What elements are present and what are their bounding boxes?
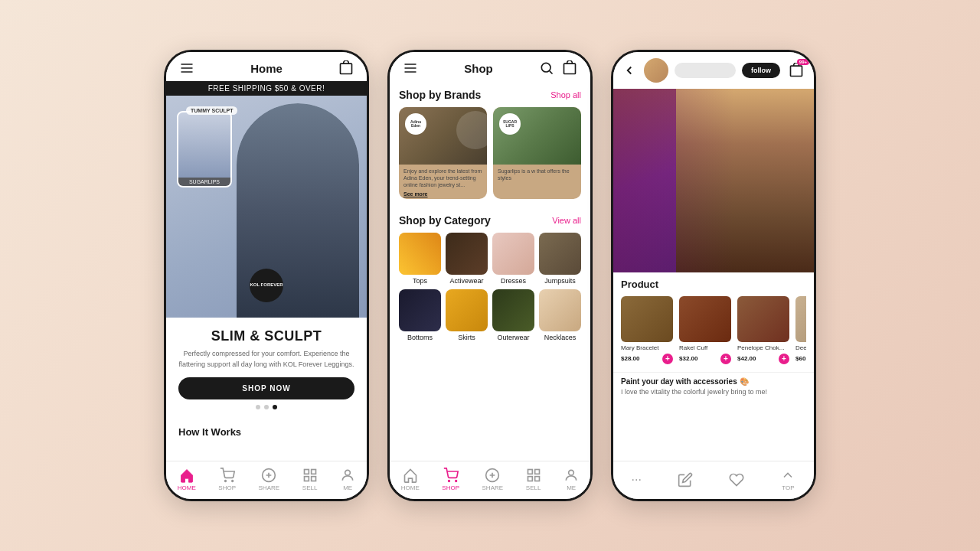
nav-me-label: ME xyxy=(343,484,352,491)
profile-bottom-nav: ··· TOP xyxy=(613,461,814,499)
nav-home-label: HOME xyxy=(178,484,196,491)
brands-header: Shop by Brands Shop all xyxy=(399,81,581,107)
svg-rect-30 xyxy=(791,66,802,76)
svg-point-4 xyxy=(224,481,226,482)
profile-overlay xyxy=(613,89,814,272)
category-dresses-label: Dresses xyxy=(501,277,526,285)
nav-sell[interactable]: SELL xyxy=(302,468,318,491)
brands-row: AdinaEden Enjoy and explore the latest f… xyxy=(399,107,581,199)
svg-rect-19 xyxy=(564,64,576,73)
category-dresses[interactable]: Dresses xyxy=(492,233,534,285)
shop-title: Shop xyxy=(464,62,493,75)
shop-cart-icon[interactable] xyxy=(561,60,578,77)
product-list: Mary Bracelet $28.00 + Rakel Cuff $32.00… xyxy=(621,296,806,367)
shop-nav-shop-label: SHOP xyxy=(442,484,459,491)
shop-all-link[interactable]: Shop all xyxy=(550,90,581,99)
carousel-dots xyxy=(178,405,354,409)
svg-point-29 xyxy=(569,470,574,475)
shop-nav-share[interactable]: SHARE xyxy=(482,468,504,491)
category-bottoms[interactable]: Bottoms xyxy=(399,289,441,341)
product-img-3 xyxy=(737,296,789,342)
product-card-1[interactable]: Mary Bracelet $28.00 + xyxy=(621,296,673,364)
profile-nav-like[interactable] xyxy=(729,472,744,487)
shop-bottom-nav: HOME SHOP SHARE SELL ME xyxy=(390,461,590,499)
nav-share[interactable]: SHARE xyxy=(259,468,280,491)
add-product-2[interactable]: + xyxy=(720,354,731,364)
category-activewear-label: Activewear xyxy=(449,277,483,285)
profile-top-bar: follow 99+ xyxy=(613,52,814,89)
hero-desc: Perfectly compressed for your comfort. E… xyxy=(178,349,354,370)
nav-shop[interactable]: SHOP xyxy=(218,468,236,491)
phone-shop: Shop Shop by Brands Shop all AdinaEden E… xyxy=(387,50,593,501)
category-outerwear[interactable]: Outerwear xyxy=(492,289,534,341)
shop-nav-home[interactable]: HOME xyxy=(401,468,420,491)
add-product-1[interactable]: + xyxy=(662,354,673,364)
home-content: FREE SHIPPING $50 & OVER! SUGARLIPS TUMM… xyxy=(166,81,367,461)
cart-badge[interactable]: 99+ xyxy=(786,60,806,80)
add-product-3[interactable]: + xyxy=(779,354,789,364)
brand-logo-1: AdinaEden xyxy=(405,113,426,135)
shop-now-button[interactable]: SHOP NOW xyxy=(178,377,354,399)
svg-rect-11 xyxy=(304,477,309,481)
hero-cta: SLIM & SCULPT Perfectly compressed for y… xyxy=(166,318,367,417)
dot-1 xyxy=(256,405,260,409)
category-necklaces[interactable]: Necklaces xyxy=(539,289,581,341)
brand-card-2[interactable]: SUGARLIPS Sugarlips is a w that offers t… xyxy=(493,107,581,199)
svg-rect-12 xyxy=(311,477,315,481)
shop-nav-sell[interactable]: SELL xyxy=(526,468,541,491)
cart-icon[interactable] xyxy=(338,60,354,77)
product-section-title: Product xyxy=(621,279,806,290)
dot-2 xyxy=(264,405,269,409)
follow-button[interactable]: follow xyxy=(742,63,780,78)
product-price-row-4: $60.00 + xyxy=(795,354,806,364)
search-icon[interactable] xyxy=(538,60,555,77)
shop-menu-icon[interactable] xyxy=(402,60,419,77)
shop-nav-me-label: ME xyxy=(567,484,576,491)
menu-icon[interactable] xyxy=(178,60,195,77)
kol-badge: KOL FOREVER xyxy=(250,269,283,302)
dot-3 xyxy=(273,405,277,409)
caption-sub: I love the vitality the colorful jewelry… xyxy=(621,388,806,396)
nav-me[interactable]: ME xyxy=(340,468,355,491)
category-activewear[interactable]: Activewear xyxy=(446,233,488,285)
category-skirts[interactable]: Skirts xyxy=(446,289,488,341)
back-button[interactable] xyxy=(621,62,638,79)
home-bottom-nav: HOME SHOP SHARE SELL ME xyxy=(166,461,367,499)
brand-logo-2: SUGARLIPS xyxy=(499,113,521,135)
svg-rect-28 xyxy=(534,477,539,481)
shop-content: Shop by Brands Shop all AdinaEden Enjoy … xyxy=(390,81,590,461)
shop-nav-shop[interactable]: SHOP xyxy=(442,468,459,491)
svg-point-13 xyxy=(345,470,351,475)
product-img-1 xyxy=(621,296,673,342)
caption-text: Paint your day with accessories 🎨 xyxy=(621,377,806,386)
view-all-link[interactable]: View all xyxy=(552,216,581,225)
product-price-row-2: $32.00 + xyxy=(679,354,731,364)
product-name-4: Deepa xyxy=(795,344,806,352)
category-jumpsuits[interactable]: Jumpsuits xyxy=(539,233,581,285)
nav-home[interactable]: HOME xyxy=(178,468,196,491)
product-price-1: $28.00 xyxy=(621,355,639,362)
product-price-row-3: $42.00 + xyxy=(737,354,789,364)
category-tops[interactable]: Tops xyxy=(399,233,441,285)
svg-rect-26 xyxy=(534,470,539,474)
tummy-label: TUMMY SCULPT xyxy=(186,106,237,115)
profile-nav-more[interactable]: ··· xyxy=(632,473,642,487)
profile-nav-edit[interactable] xyxy=(678,472,693,487)
svg-line-18 xyxy=(550,71,553,74)
product-name-3: Penelope Chok... xyxy=(737,344,789,352)
shop-nav-me[interactable]: ME xyxy=(564,468,579,491)
product-card-4[interactable]: Deepa $60.00 + xyxy=(795,296,806,364)
profile-nav-top[interactable]: TOP xyxy=(780,468,795,491)
home-top-bar: Home xyxy=(166,52,367,81)
phone-home: Home FREE SHIPPING $50 & OVER! SUGARLIPS… xyxy=(164,50,369,501)
category-header: Shop by Category View all xyxy=(399,207,581,233)
see-more-1[interactable]: See more xyxy=(399,191,487,199)
product-card-3[interactable]: Penelope Chok... $42.00 + xyxy=(737,296,789,364)
brand-card-1[interactable]: AdinaEden Enjoy and explore the latest f… xyxy=(399,107,487,199)
shipping-banner: FREE SHIPPING $50 & OVER! xyxy=(166,81,367,96)
product-card-2[interactable]: Rakel Cuff $32.00 + xyxy=(679,296,731,364)
cart-count: 99+ xyxy=(797,59,809,65)
thumbnail-label: SUGARLIPS xyxy=(178,178,230,186)
product-price-4: $60.00 xyxy=(795,355,806,362)
category-bottoms-label: Bottoms xyxy=(407,334,433,341)
